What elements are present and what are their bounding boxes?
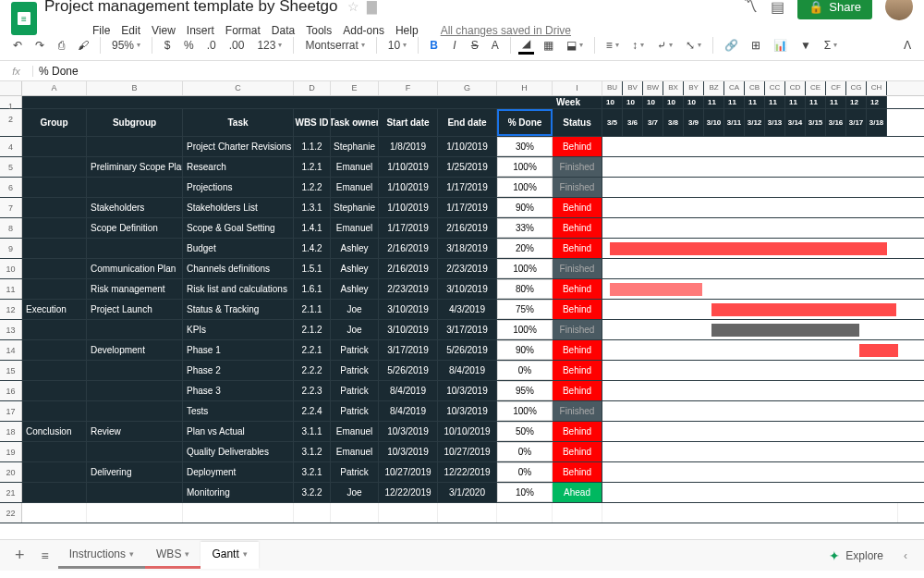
row-header[interactable]: 9 [0,239,22,258]
col-header[interactable]: D [294,81,331,95]
col-header[interactable]: BY [684,81,704,95]
cell[interactable]: 10/27/2019 [379,462,438,482]
pct-cell[interactable]: 0% [497,361,553,380]
currency-icon[interactable]: $ [160,37,175,54]
cell[interactable]: Patrick [331,340,379,360]
row-header[interactable]: 11 [0,279,22,299]
cell[interactable] [87,137,183,156]
cell[interactable]: 1/17/2019 [438,178,497,197]
pct-cell[interactable]: 80% [497,279,553,299]
cell[interactable]: 1/17/2019 [379,218,438,238]
cell[interactable]: 5/26/2019 [379,361,438,380]
cell[interactable]: Project Charter Revisions [183,137,294,156]
valign-button[interactable]: ↕ [628,37,648,54]
cell[interactable]: 2/16/2019 [379,239,438,258]
row-header[interactable]: 5 [0,157,22,177]
col-header[interactable]: G [438,81,497,95]
collapse-toolbar-icon[interactable]: ᐱ [900,37,915,54]
status-cell[interactable]: Finished [553,157,602,177]
cell[interactable]: Scope & Goal Setting [183,218,294,238]
cell[interactable]: Deployment [183,462,294,482]
pct-cell[interactable]: 100% [497,320,553,339]
col-header[interactable]: B [87,81,183,95]
row-header[interactable]: 2 [0,109,22,136]
row-header[interactable]: 21 [0,483,22,502]
cell[interactable]: Phase 1 [183,340,294,360]
cell[interactable]: Joe [331,483,379,502]
cell[interactable]: 1.3.1 [294,198,331,217]
header-task[interactable]: Task [183,109,294,136]
cell[interactable]: 1.2.1 [294,157,331,177]
share-button[interactable]: 🔒 Share [797,0,872,19]
trend-icon[interactable]: 〽 [743,0,758,15]
col-header[interactable]: BV [623,81,643,95]
functions-button[interactable]: Σ [821,37,841,54]
row-header[interactable]: 6 [0,178,22,197]
gantt-cell[interactable] [602,422,898,441]
avatar[interactable] [885,0,913,20]
cell[interactable] [22,259,87,278]
percent-icon[interactable]: % [180,37,198,54]
col-header[interactable]: BZ [704,81,724,95]
gantt-cell[interactable] [602,218,898,238]
col-header[interactable]: BW [643,81,663,95]
sheet-tab-instructions[interactable]: Instructions ▾ [58,542,145,569]
cell[interactable]: 2.2.1 [294,340,331,360]
gantt-cell[interactable] [602,381,898,400]
cell[interactable]: Conclusion [22,422,87,441]
cell[interactable] [87,381,183,400]
cell[interactable]: 1/25/2019 [438,157,497,177]
cell[interactable]: 8/4/2019 [379,401,438,421]
cell[interactable]: Ashley [331,239,379,258]
cell[interactable]: 2.1.1 [294,300,331,319]
pct-cell[interactable]: 100% [497,401,553,421]
gantt-cell[interactable] [602,442,898,461]
row-header[interactable]: 4 [0,137,22,156]
cell[interactable] [22,442,87,461]
cell[interactable]: 2.2.2 [294,361,331,380]
gantt-cell[interactable] [602,361,898,380]
pct-cell[interactable]: 10% [497,483,553,502]
status-cell[interactable]: Finished [553,401,602,421]
cell[interactable] [22,320,87,339]
gantt-cell[interactable] [602,320,898,339]
comment-icon[interactable]: ▤ [771,0,784,16]
pct-cell[interactable]: 100% [497,157,553,177]
row-header[interactable]: 1 [0,96,22,108]
gantt-cell[interactable] [602,300,898,319]
all-sheets-button[interactable]: ≡ [34,548,56,563]
row-header[interactable]: 20 [0,462,22,482]
cell[interactable]: Monitoring [183,483,294,502]
cell[interactable]: Communication Plan [87,259,183,278]
font-select[interactable]: Montserrat [301,37,368,54]
cell[interactable]: Delivering [87,462,183,482]
status-cell[interactable]: Behind [553,462,602,482]
cell[interactable]: Patrick [331,381,379,400]
cell[interactable] [87,320,183,339]
col-header[interactable]: CC [765,81,785,95]
cell[interactable]: 10/3/2019 [379,442,438,461]
cell[interactable] [22,218,87,238]
pct-cell[interactable]: 75% [497,300,553,319]
status-cell[interactable]: Behind [553,300,602,319]
col-header[interactable]: CF [826,81,846,95]
cell[interactable]: 2.2.3 [294,381,331,400]
header-wbs[interactable]: WBS ID [294,109,331,136]
cell[interactable] [87,442,183,461]
cell[interactable]: 3/17/2019 [438,320,497,339]
wrap-button[interactable]: ⤶ [653,37,676,54]
status-cell[interactable]: Behind [553,442,602,461]
pct-cell[interactable]: 50% [497,422,553,441]
cell[interactable]: 3/18/2019 [438,239,497,258]
col-header[interactable]: CD [785,81,806,95]
cell[interactable]: 3/10/2019 [379,300,438,319]
cell[interactable]: 5/26/2019 [438,340,497,360]
gantt-cell[interactable] [602,178,898,197]
cell[interactable]: 1.4.1 [294,218,331,238]
col-header[interactable]: CE [806,81,826,95]
cell[interactable]: 2.1.2 [294,320,331,339]
cell[interactable]: Review [87,422,183,441]
cell[interactable]: 10/27/2019 [438,442,497,461]
cell[interactable]: Stephanie [331,137,379,156]
cell[interactable]: 1/10/2019 [379,198,438,217]
